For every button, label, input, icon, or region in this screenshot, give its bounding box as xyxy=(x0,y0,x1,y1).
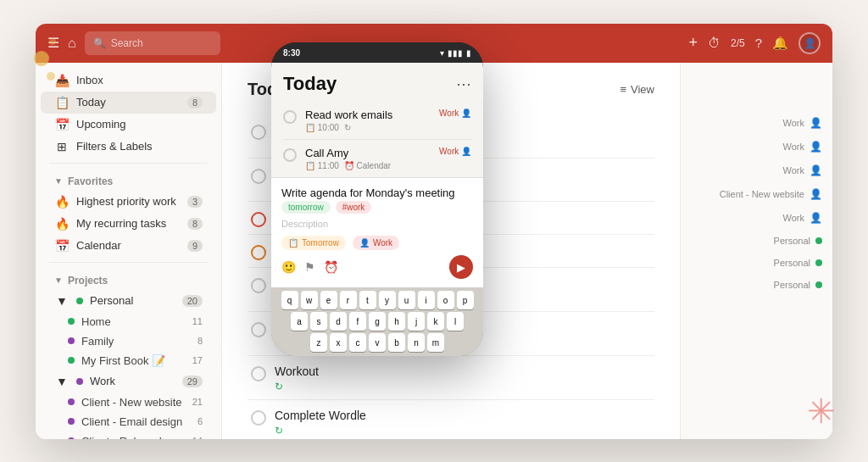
kb-key-z[interactable]: z xyxy=(310,333,327,352)
projects-header[interactable]: ▼ Projects xyxy=(41,268,216,290)
compose-description[interactable]: Description xyxy=(281,219,473,229)
menu-icon[interactable]: ☰ xyxy=(47,35,59,51)
favorites-header[interactable]: ▼ Favorites xyxy=(41,169,216,191)
calendar-count: 9 xyxy=(187,240,203,252)
sidebar-item-highest-priority[interactable]: 🔥 Highest priority work 3 xyxy=(41,191,216,213)
sidebar-item-label-inbox: Inbox xyxy=(76,74,203,86)
task-content: Complete Wordle ↻ xyxy=(275,409,651,437)
kb-key-p[interactable]: p xyxy=(457,291,474,309)
search-bar[interactable]: 🔍 Search xyxy=(85,31,220,55)
rebrand-dot xyxy=(68,437,75,439)
home-icon[interactable]: ⌂ xyxy=(68,36,76,51)
help-icon[interactable]: ? xyxy=(755,36,762,50)
kb-key-w[interactable]: w xyxy=(301,291,318,309)
right-panel-item: Personal xyxy=(691,276,822,293)
kb-key-f[interactable]: f xyxy=(349,312,366,331)
notification-icon[interactable]: 🔔 xyxy=(772,36,788,51)
sidebar-subitem-home[interactable]: Home 11 xyxy=(41,312,216,331)
sidebar-item-label-calendar: Calendar xyxy=(76,239,181,252)
kb-key-h[interactable]: h xyxy=(388,312,405,331)
kb-key-k[interactable]: k xyxy=(427,312,444,331)
sidebar-item-recurring[interactable]: 🔥 My recurring tasks 8 xyxy=(41,213,216,235)
work-dot xyxy=(76,378,83,385)
person-icon-small: 👤 xyxy=(359,238,370,248)
kb-key-t[interactable]: t xyxy=(359,291,376,309)
sidebar-item-label-filters: Filters & Labels xyxy=(76,140,203,153)
task-circle xyxy=(251,322,266,337)
kb-key-l[interactable]: l xyxy=(447,312,464,331)
task-circle xyxy=(251,125,266,140)
kb-key-b[interactable]: b xyxy=(388,333,405,352)
kb-key-m[interactable]: m xyxy=(427,333,444,352)
sidebar-item-work[interactable]: ▼ Work 29 xyxy=(41,370,216,392)
emaildesign-dot xyxy=(68,418,75,425)
person-icon: 👤 xyxy=(810,141,822,153)
kb-key-x[interactable]: x xyxy=(330,333,347,352)
kb-key-d[interactable]: d xyxy=(330,312,347,331)
sidebar-subitem-label-firstbook: My First Book 📝 xyxy=(81,354,186,367)
kb-key-r[interactable]: r xyxy=(340,291,357,309)
wifi-icon: ▾ xyxy=(440,48,444,58)
mobile-task-meta: 📋 10:00 ↻ xyxy=(305,123,431,132)
table-row[interactable]: Workout ↻ xyxy=(248,358,654,400)
send-button[interactable]: ▶ xyxy=(449,255,473,279)
mobile-task-name: Read work emails xyxy=(305,109,431,121)
sidebar-subitem-emaildesign[interactable]: Client - Email design 6 xyxy=(41,412,216,431)
kb-key-u[interactable]: u xyxy=(398,291,415,309)
task-meta: ↻ xyxy=(275,425,651,437)
kb-key-g[interactable]: g xyxy=(369,312,386,331)
mobile-task-item[interactable]: Read work emails 📋 10:00 ↻ Work 👤 xyxy=(283,102,471,140)
task-meta: ↻ xyxy=(275,381,651,392)
compose-work-button[interactable]: 👤 Work xyxy=(353,236,399,250)
kb-key-s[interactable]: s xyxy=(310,312,327,331)
favorites-label: Favorites xyxy=(68,175,113,187)
sidebar-item-upcoming[interactable]: 📅 Upcoming xyxy=(41,114,216,136)
sidebar-item-filters[interactable]: ⊞ Filters & Labels xyxy=(41,136,216,158)
kb-key-v[interactable]: v xyxy=(369,333,386,352)
sidebar-subitem-rebrand[interactable]: Client - Rebrand 14 xyxy=(41,431,216,439)
view-icon: ≡ xyxy=(620,83,626,96)
calendar-fav-icon: 📅 xyxy=(54,239,70,253)
kb-key-o[interactable]: o xyxy=(437,291,454,309)
reminder-icon[interactable]: ⏰ xyxy=(324,260,338,274)
sidebar-item-today[interactable]: 📋 Today 8 xyxy=(41,92,216,114)
person-icon: 👤 xyxy=(810,164,822,176)
task-circle-red xyxy=(251,212,266,227)
today-icon: 📋 xyxy=(54,96,70,109)
kb-key-e[interactable]: e xyxy=(320,291,337,309)
task-name: Complete Wordle xyxy=(275,409,651,422)
compose-tags: tomorrow #work xyxy=(281,201,473,214)
sidebar-subitem-label-home: Home xyxy=(81,315,186,328)
sidebar-subitem-newwebsite[interactable]: Client - New website 21 xyxy=(41,392,216,412)
sidebar-item-label-recurring: My recurring tasks xyxy=(76,217,181,230)
sidebar-item-personal[interactable]: ▼ Personal 20 xyxy=(41,290,216,312)
kb-key-c[interactable]: c xyxy=(349,333,366,352)
kb-key-a[interactable]: a xyxy=(291,312,308,331)
rp-label: Personal xyxy=(774,280,810,290)
rp-label: Client - New website xyxy=(720,189,804,199)
sidebar-subitem-firstbook[interactable]: My First Book 📝 17 xyxy=(41,351,216,370)
mobile-menu-icon[interactable]: ⋯ xyxy=(456,75,471,93)
mobile-task-item[interactable]: Call Amy 📋 11:00 ⏰ Calendar Work 👤 xyxy=(283,140,471,177)
signal-icon: ▮▮▮ xyxy=(448,48,463,58)
sidebar-item-inbox[interactable]: 📥 Inbox xyxy=(41,70,216,92)
kb-key-q[interactable]: q xyxy=(281,291,298,309)
kb-key-y[interactable]: y xyxy=(379,291,396,309)
kb-key-j[interactable]: j xyxy=(408,312,425,331)
flag-icon[interactable]: ⚑ xyxy=(304,260,315,274)
toolbar-right: + ⏱ 2/5 ? 🔔 👤 xyxy=(688,32,821,54)
emoji-icon[interactable]: 🙂 xyxy=(281,260,296,274)
sidebar-item-label-hp: Highest priority work xyxy=(76,195,181,208)
recurring-icon: ↻ xyxy=(275,381,283,392)
kb-key-n[interactable]: n xyxy=(408,333,425,352)
sidebar-item-calendar[interactable]: 📅 Calendar 9 xyxy=(41,235,216,257)
view-button[interactable]: ≡ View xyxy=(620,83,654,96)
compose-tomorrow-button[interactable]: 📋 Tomorrow xyxy=(281,236,346,250)
person-icon: 👤 xyxy=(810,212,822,224)
add-task-button[interactable]: + xyxy=(688,34,698,52)
filters-icon: ⊞ xyxy=(54,140,70,153)
avatar[interactable]: 👤 xyxy=(798,32,821,54)
sidebar-subitem-family[interactable]: Family 8 xyxy=(41,331,216,351)
kb-key-i[interactable]: i xyxy=(418,291,435,309)
table-row[interactable]: Complete Wordle ↻ xyxy=(248,402,654,439)
